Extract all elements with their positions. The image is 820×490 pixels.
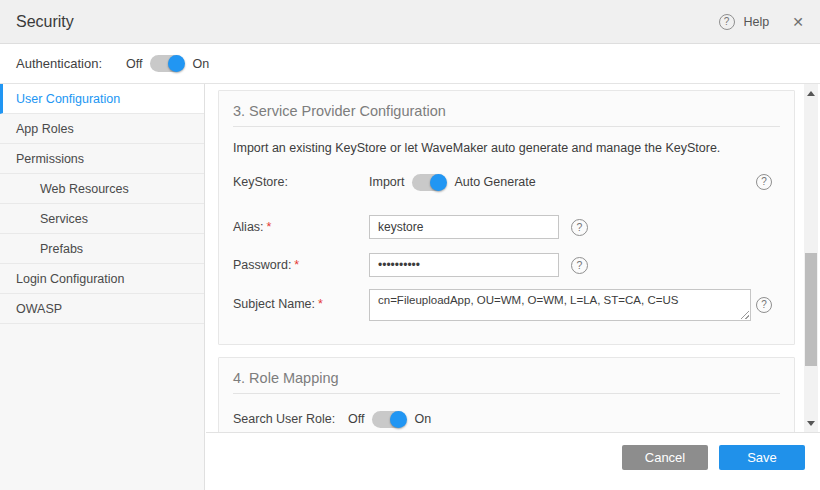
toggle-knob	[168, 55, 185, 72]
required-asterisk: *	[294, 258, 299, 272]
keystore-row: KeyStore: Import Auto Generate ?	[233, 173, 780, 191]
save-button[interactable]: Save	[719, 445, 805, 470]
authentication-on-label: On	[192, 57, 209, 71]
sidebar-item-label: App Roles	[16, 122, 74, 136]
search-user-role-toggle[interactable]	[372, 411, 406, 428]
authentication-row: Authentication: Off On	[0, 44, 820, 84]
keystore-toggle[interactable]	[412, 174, 446, 191]
keystore-toggle-group: Import Auto Generate	[369, 174, 536, 191]
titlebar: Security ? Help ✕	[0, 0, 820, 44]
keystore-import-label: Import	[369, 175, 404, 189]
sidebar: User Configuration App Roles Permissions…	[0, 84, 205, 490]
toggle-knob	[430, 174, 447, 191]
close-icon[interactable]: ✕	[792, 14, 804, 30]
subject-name-textarea[interactable]: cn=FileuploadApp, OU=WM, O=WM, L=LA, ST=…	[369, 289, 751, 321]
alias-input[interactable]	[369, 215, 559, 239]
section-title: 4. Role Mapping	[233, 358, 780, 386]
help-link[interactable]: Help	[744, 15, 770, 29]
subject-name-label: Subject Name:*	[233, 289, 369, 311]
required-asterisk: *	[267, 220, 272, 234]
sidebar-item-web-resources[interactable]: Web Resources	[0, 174, 204, 204]
subject-name-row: Subject Name:* cn=FileuploadApp, OU=WM, …	[233, 289, 780, 321]
alias-row: Alias:* ?	[233, 215, 780, 239]
sidebar-item-label: User Configuration	[16, 92, 120, 106]
search-user-role-toggle-group: Off On	[348, 411, 431, 428]
sidebar-item-app-roles[interactable]: App Roles	[0, 114, 204, 144]
titlebar-actions: ? Help ✕	[719, 14, 804, 30]
dialog-footer: Cancel Save	[206, 432, 820, 490]
keystore-auto-generate-label: Auto Generate	[454, 175, 535, 189]
cancel-button[interactable]: Cancel	[622, 445, 708, 470]
sidebar-item-user-configuration[interactable]: User Configuration	[0, 84, 204, 114]
authentication-label: Authentication:	[16, 56, 102, 71]
password-row: Password:* ?	[233, 253, 780, 277]
alias-help-icon[interactable]: ?	[571, 219, 588, 236]
authentication-toggle-group: Off On	[126, 55, 209, 72]
required-asterisk: *	[318, 297, 323, 311]
triangle-up-icon	[807, 91, 815, 96]
page-title: Security	[16, 13, 74, 31]
sidebar-item-label: Services	[40, 212, 88, 226]
sidebar-item-prefabs[interactable]: Prefabs	[0, 234, 204, 264]
sidebar-item-label: Permissions	[16, 152, 84, 166]
sidebar-item-label: Web Resources	[40, 182, 129, 196]
sidebar-item-permissions[interactable]: Permissions	[0, 144, 204, 174]
keystore-label: KeyStore:	[233, 175, 369, 189]
content-scroll-area: 3. Service Provider Configuration Import…	[206, 84, 820, 432]
scroll-up-arrow[interactable]	[804, 86, 818, 100]
toggle-knob	[390, 411, 407, 428]
password-input[interactable]	[369, 253, 559, 277]
section-divider	[233, 393, 780, 394]
section-title: 3. Service Provider Configuration	[233, 91, 780, 119]
sidebar-item-login-configuration[interactable]: Login Configuration	[0, 264, 204, 294]
authentication-toggle[interactable]	[150, 55, 184, 72]
vertical-scrollbar[interactable]	[804, 84, 818, 432]
alias-label: Alias:*	[233, 220, 369, 234]
search-user-role-off-label: Off	[348, 412, 364, 426]
triangle-down-icon	[807, 421, 815, 426]
password-label: Password:*	[233, 258, 369, 272]
password-help-icon[interactable]: ?	[571, 257, 588, 274]
search-user-role-on-label: On	[414, 412, 431, 426]
subject-name-help-icon[interactable]: ?	[756, 297, 772, 313]
section-service-provider-configuration: 3. Service Provider Configuration Import…	[218, 90, 795, 345]
subject-name-field-wrap: cn=FileuploadApp, OU=WM, O=WM, L=LA, ST=…	[369, 289, 751, 321]
sidebar-item-services[interactable]: Services	[0, 204, 204, 234]
scroll-down-arrow[interactable]	[804, 416, 818, 430]
help-icon[interactable]: ?	[719, 14, 735, 30]
search-user-role-row: Search User Role: Off On	[233, 410, 780, 428]
sidebar-item-label: Login Configuration	[16, 272, 124, 286]
content-panel: 3. Service Provider Configuration Import…	[206, 84, 820, 490]
section-divider	[233, 126, 780, 127]
sidebar-item-label: Prefabs	[40, 242, 83, 256]
keystore-help-icon[interactable]: ?	[756, 174, 772, 190]
section-description: Import an existing KeyStore or let WaveM…	[233, 141, 780, 155]
sidebar-item-label: OWASP	[16, 302, 62, 316]
scrollbar-thumb[interactable]	[805, 253, 817, 366]
sidebar-item-owasp[interactable]: OWASP	[0, 294, 204, 324]
section-role-mapping: 4. Role Mapping Search User Role: Off On	[218, 357, 795, 432]
authentication-off-label: Off	[126, 57, 142, 71]
security-dialog: Security ? Help ✕ Authentication: Off On…	[0, 0, 820, 490]
